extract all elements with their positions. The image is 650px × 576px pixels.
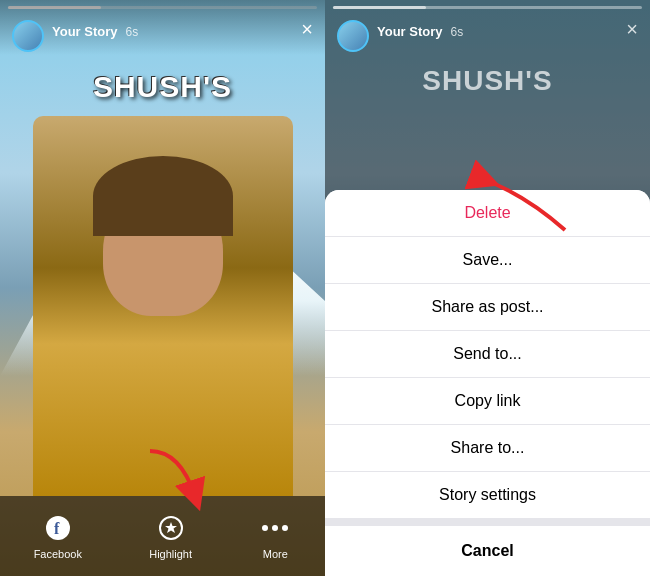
right-user-info: Your Story 6s xyxy=(337,12,463,52)
context-menu: Delete Save... Share as post... Send to.… xyxy=(325,190,650,576)
avatar xyxy=(12,20,44,52)
more-action[interactable]: More xyxy=(259,512,291,560)
right-story-panel: Your Story 6s × SHUSH'S Delete Save... S… xyxy=(325,0,650,576)
menu-item-story-settings[interactable]: Story settings xyxy=(325,472,650,518)
menu-item-share-as-post[interactable]: Share as post... xyxy=(325,284,650,331)
right-top-bar: Your Story 6s × xyxy=(325,0,650,55)
menu-item-send-to[interactable]: Send to... xyxy=(325,331,650,378)
close-button-left[interactable]: × xyxy=(301,18,313,41)
person-face xyxy=(103,186,223,316)
highlight-action[interactable]: Highlight xyxy=(149,512,192,560)
highlight-icon xyxy=(155,512,187,544)
svg-point-4 xyxy=(272,525,278,531)
menu-item-save[interactable]: Save... xyxy=(325,237,650,284)
bottom-action-bar: f Facebook Highlight More xyxy=(0,496,325,576)
svg-point-3 xyxy=(262,525,268,531)
story-time: 6s xyxy=(126,25,139,39)
more-label: More xyxy=(263,548,288,560)
menu-item-share-to[interactable]: Share to... xyxy=(325,425,650,472)
facebook-icon: f xyxy=(42,512,74,544)
more-icon xyxy=(259,512,291,544)
menu-item-copy-link[interactable]: Copy link xyxy=(325,378,650,425)
story-top-bar: Your Story 6s × xyxy=(0,0,325,55)
facebook-action[interactable]: f Facebook xyxy=(34,512,82,560)
story-username: Your Story xyxy=(52,24,118,39)
highlight-label: Highlight xyxy=(149,548,192,560)
svg-text:f: f xyxy=(54,520,60,537)
close-button-right[interactable]: × xyxy=(626,18,638,41)
story-user-info: Your Story 6s xyxy=(12,12,138,52)
svg-point-5 xyxy=(282,525,288,531)
story-title-left: SHUSH'S xyxy=(93,70,232,104)
menu-item-delete[interactable]: Delete xyxy=(325,190,650,237)
right-username: Your Story xyxy=(377,24,443,39)
right-time: 6s xyxy=(451,25,464,39)
menu-item-cancel[interactable]: Cancel xyxy=(325,518,650,576)
right-story-title: SHUSH'S xyxy=(422,65,552,97)
facebook-label: Facebook xyxy=(34,548,82,560)
right-avatar xyxy=(337,20,369,52)
left-story-panel: Your Story 6s × SHUSH'S f Facebook xyxy=(0,0,325,576)
